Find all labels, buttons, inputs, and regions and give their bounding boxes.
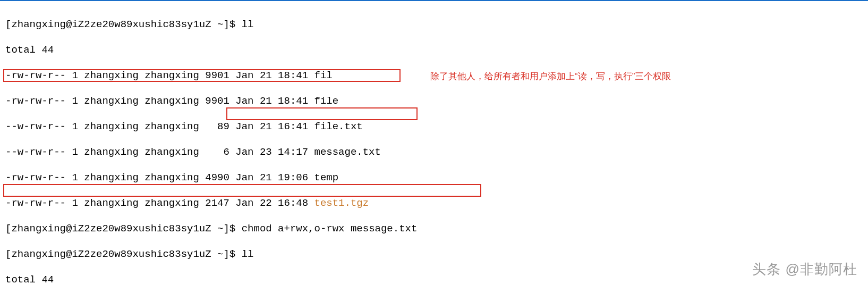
list-item: -rw-rw-r-- 1 zhangxing zhangxing 2147 Ja… (5, 197, 863, 210)
list-item: -rw-rw-r-- 1 zhangxing zhangxing 9901 Ja… (5, 95, 863, 107)
total-line: total 44 (5, 274, 54, 284)
prompt: [zhangxing@iZ2ze20w89xushic83sy1uZ ~]$ (5, 248, 242, 260)
list-item: --w-rw-r-- 1 zhangxing zhangxing 89 Jan … (5, 120, 863, 133)
watermark-text: 头条 @非勤阿杜 (752, 263, 857, 275)
list-item-message: --w-rw-r-- 1 zhangxing zhangxing 6 Jan 2… (5, 146, 863, 158)
command-chmod: chmod a+rwx,o-rwx message.txt (242, 223, 418, 235)
total-line: total 44 (5, 44, 54, 56)
list-item: -rw-rw-r-- 1 zhangxing zhangxing 4990 Ja… (5, 171, 863, 184)
annotation-text: 除了其他人，给所有者和用户添加上“读，写，执行”三个权限 (430, 70, 671, 83)
command-ll: ll (242, 248, 254, 260)
terminal-output: [zhangxing@iZ2ze20w89xushic83sy1uZ ~]$ l… (0, 1, 868, 284)
prompt: [zhangxing@iZ2ze20w89xushic83sy1uZ ~]$ (5, 19, 242, 30)
prompt: [zhangxing@iZ2ze20w89xushic83sy1uZ ~]$ (5, 223, 242, 235)
command-ll: ll (242, 19, 254, 30)
